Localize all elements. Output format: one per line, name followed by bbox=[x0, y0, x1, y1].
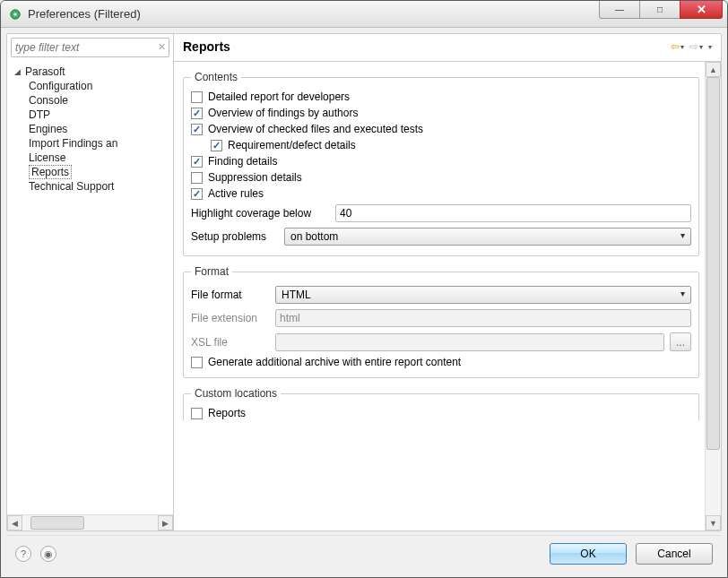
maximize-button[interactable]: □ bbox=[639, 1, 680, 19]
tree-item-import-findings[interactable]: Import Findings an bbox=[14, 136, 171, 151]
chk-overview-authors[interactable]: Overview of findings by authors bbox=[191, 105, 691, 121]
xsl-browse-button[interactable]: ... bbox=[670, 332, 691, 351]
xsl-row: XSL file ... bbox=[191, 330, 691, 354]
chk-label: Requirement/defect details bbox=[228, 139, 356, 151]
setup-row: Setup problems on bottom bbox=[191, 225, 691, 248]
window-buttons: — □ ✕ bbox=[599, 1, 727, 27]
window-title: Preferences (Filtered) bbox=[28, 7, 599, 21]
main-area: ✕ ◢ Parasoft Configuration Console DTP E… bbox=[6, 33, 722, 531]
tree-item-engines[interactable]: Engines bbox=[14, 122, 171, 136]
titlebar: Preferences (Filtered) — □ ✕ bbox=[1, 1, 727, 28]
custom-locations-group: Custom locations Reports bbox=[183, 387, 699, 421]
checkbox[interactable] bbox=[191, 188, 203, 200]
scroll-left-icon[interactable]: ◀ bbox=[7, 515, 22, 531]
chk-finding-details[interactable]: Finding details bbox=[191, 153, 691, 169]
checkbox[interactable] bbox=[191, 124, 203, 135]
highlight-row: Highlight coverage below bbox=[191, 202, 691, 225]
ok-button[interactable]: OK bbox=[550, 543, 627, 565]
contents-legend: Contents bbox=[191, 71, 241, 83]
nav-forward-icon[interactable]: ⇨▾ bbox=[689, 40, 703, 53]
chk-active-rules[interactable]: Active rules bbox=[191, 185, 691, 202]
preferences-window: Preferences (Filtered) — □ ✕ ✕ ◢ Parasof… bbox=[0, 0, 728, 578]
chk-label: Finding details bbox=[208, 155, 277, 168]
toggle-button[interactable]: ◉ bbox=[40, 546, 56, 562]
page-title: Reports bbox=[183, 39, 671, 54]
xsl-label: XSL file bbox=[191, 336, 270, 349]
tree-item-license[interactable]: License bbox=[14, 151, 171, 165]
format-group: Format File format HTML File extension bbox=[183, 265, 699, 378]
tree-root-label: Parasoft bbox=[25, 65, 65, 78]
chk-label: Overview of findings by authors bbox=[208, 107, 358, 119]
content-vscrollbar[interactable]: ▲ ▼ bbox=[705, 62, 721, 531]
file-format-row: File format HTML bbox=[191, 283, 691, 306]
sidebar: ✕ ◢ Parasoft Configuration Console DTP E… bbox=[7, 34, 174, 531]
close-button[interactable]: ✕ bbox=[680, 1, 723, 19]
xsl-input bbox=[275, 333, 664, 351]
vscroll-thumb[interactable] bbox=[706, 77, 720, 450]
button-bar: ? ◉ OK Cancel bbox=[6, 535, 722, 572]
minimize-button[interactable]: — bbox=[599, 1, 640, 19]
content-inner: Contents Detailed report for developers … bbox=[174, 62, 705, 531]
format-legend: Format bbox=[191, 265, 232, 278]
chk-overview-checked[interactable]: Overview of checked files and executed t… bbox=[191, 121, 691, 137]
file-format-label: File format bbox=[191, 289, 270, 301]
vscroll-track[interactable] bbox=[706, 77, 721, 515]
cancel-button[interactable]: Cancel bbox=[636, 543, 713, 565]
checkbox[interactable] bbox=[191, 156, 203, 168]
file-ext-row: File extension bbox=[191, 306, 691, 330]
tree-item-technical-support[interactable]: Technical Support bbox=[14, 179, 171, 194]
file-format-select[interactable]: HTML bbox=[275, 286, 691, 304]
file-ext-label: File extension bbox=[191, 312, 270, 324]
checkbox[interactable] bbox=[191, 172, 203, 184]
help-button[interactable]: ? bbox=[15, 546, 31, 562]
header-nav: ⇦▾ ⇨▾ ▾ bbox=[671, 40, 712, 53]
nav-menu-icon[interactable]: ▾ bbox=[708, 43, 712, 51]
scroll-right-icon[interactable]: ▶ bbox=[158, 515, 173, 531]
chk-detailed-report[interactable]: Detailed report for developers bbox=[191, 89, 691, 105]
contents-group: Contents Detailed report for developers … bbox=[183, 71, 699, 256]
checkbox[interactable] bbox=[191, 108, 203, 119]
scroll-up-icon[interactable]: ▲ bbox=[706, 62, 721, 77]
checkbox[interactable] bbox=[211, 140, 222, 151]
nav-back-icon[interactable]: ⇦▾ bbox=[671, 40, 684, 53]
app-icon bbox=[8, 7, 22, 22]
chk-label: Suppression details bbox=[208, 171, 302, 184]
chk-label: Overview of checked files and executed t… bbox=[208, 123, 423, 135]
file-format-value: HTML bbox=[282, 289, 311, 301]
tree-root-parasoft[interactable]: ◢ Parasoft bbox=[14, 65, 171, 79]
content-pane: Reports ⇦▾ ⇨▾ ▾ Contents Detailed r bbox=[174, 34, 721, 531]
hscroll-thumb[interactable] bbox=[30, 516, 84, 530]
collapse-icon[interactable]: ◢ bbox=[14, 67, 23, 76]
setup-label: Setup problems bbox=[191, 230, 279, 243]
chk-label: Generate additional archive with entire … bbox=[208, 356, 461, 368]
filter-input-wrap: ✕ bbox=[11, 38, 169, 57]
content-body: Contents Detailed report for developers … bbox=[174, 62, 721, 531]
dialog-body: ✕ ◢ Parasoft Configuration Console DTP E… bbox=[1, 28, 727, 577]
highlight-value-input[interactable] bbox=[335, 204, 691, 222]
clear-filter-icon[interactable]: ✕ bbox=[158, 41, 166, 53]
tree-item-configuration[interactable]: Configuration bbox=[14, 79, 171, 93]
chk-generate-archive[interactable]: Generate additional archive with entire … bbox=[191, 354, 691, 370]
tree-item-reports[interactable]: Reports bbox=[14, 165, 171, 179]
svg-point-1 bbox=[13, 13, 17, 16]
filter-input[interactable] bbox=[11, 38, 169, 57]
file-ext-input bbox=[275, 309, 691, 327]
scroll-down-icon[interactable]: ▼ bbox=[706, 515, 721, 531]
highlight-label: Highlight coverage below bbox=[191, 207, 330, 220]
chk-requirement-defect[interactable]: Requirement/defect details bbox=[191, 137, 691, 153]
custom-legend: Custom locations bbox=[191, 387, 281, 400]
chk-custom-reports[interactable]: Reports bbox=[191, 405, 691, 421]
setup-value: on bottom bbox=[290, 230, 338, 243]
tree-item-console[interactable]: Console bbox=[14, 93, 171, 108]
sidebar-hscrollbar[interactable]: ◀ ▶ bbox=[7, 514, 173, 531]
chk-label: Reports bbox=[208, 407, 246, 419]
chk-label: Detailed report for developers bbox=[208, 91, 350, 103]
setup-problems-select[interactable]: on bottom bbox=[284, 228, 691, 246]
nav-tree: ◢ Parasoft Configuration Console DTP Eng… bbox=[7, 61, 173, 514]
checkbox[interactable] bbox=[191, 357, 203, 368]
tree-item-dtp[interactable]: DTP bbox=[14, 108, 171, 122]
chk-suppression-details[interactable]: Suppression details bbox=[191, 169, 691, 185]
chk-label: Active rules bbox=[208, 187, 264, 200]
checkbox[interactable] bbox=[191, 408, 203, 419]
checkbox[interactable] bbox=[191, 91, 203, 103]
